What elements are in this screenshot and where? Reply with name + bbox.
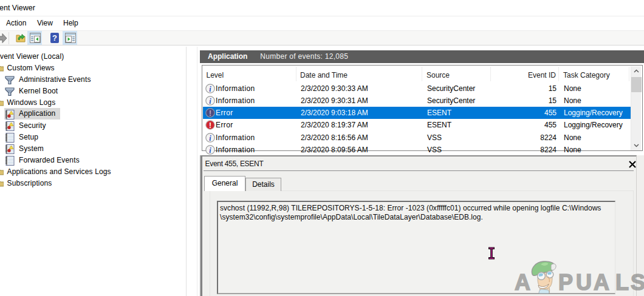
svg-text:?: ? (52, 33, 57, 42)
svg-text:!: ! (209, 121, 211, 130)
svg-text:!: ! (209, 109, 211, 118)
